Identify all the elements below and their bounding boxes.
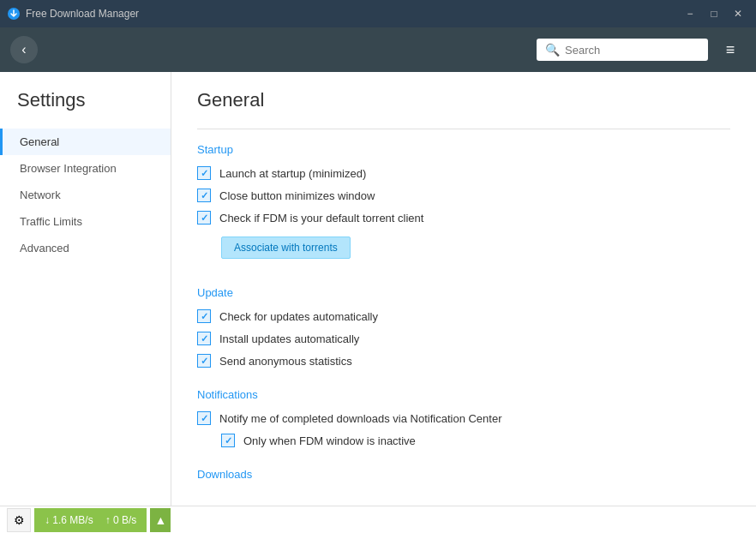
settings-icon: ⚙	[14, 513, 25, 527]
checkmark-icon: ✓	[201, 356, 208, 367]
status-bar: ⚙ ↓ 1.6 MB/s ↑ 0 B/s ▲	[0, 506, 756, 533]
checkmark-icon: ✓	[201, 213, 208, 224]
content-title: General	[197, 89, 730, 111]
sidebar: Settings General Browser Integration Net…	[0, 72, 171, 506]
checkmark-icon: ✓	[201, 190, 208, 201]
close-minimize-row: ✓ Close button minimizes window	[197, 189, 730, 202]
settings-icon-button[interactable]: ⚙	[7, 508, 31, 532]
update-section-title: Update	[197, 286, 730, 299]
sidebar-item-traffic-limits[interactable]: Traffic Limits	[0, 208, 171, 235]
downloads-section: Downloads	[197, 468, 730, 481]
main-layout: Settings General Browser Integration Net…	[0, 72, 756, 506]
checkmark-icon: ✓	[201, 311, 208, 322]
install-updates-label: Install updates automatically	[219, 332, 359, 345]
send-stats-checkbox[interactable]: ✓	[197, 354, 211, 368]
nav-bar: ‹ 🔍 ≡	[0, 27, 756, 72]
checkmark-icon: ✓	[225, 435, 232, 446]
search-icon: 🔍	[545, 43, 560, 57]
only-inactive-row: ✓ Only when FDM window is inactive	[221, 434, 730, 447]
window-controls: − □ ✕	[679, 5, 749, 22]
sidebar-title: Settings	[0, 89, 171, 129]
title-bar: Free Download Manager − □ ✕	[0, 0, 756, 27]
maximize-button[interactable]: □	[703, 5, 725, 22]
launch-startup-checkbox[interactable]: ✓	[197, 166, 211, 180]
speed-display: ↓ 1.6 MB/s ↑ 0 B/s	[34, 508, 147, 532]
only-inactive-label: Only when FDM window is inactive	[243, 434, 416, 447]
upload-speed: ↑ 0 B/s	[105, 514, 137, 526]
back-icon: ‹	[21, 42, 26, 57]
expand-speed-button[interactable]: ▲	[150, 508, 171, 532]
content-area: General Startup ✓ Launch at startup (min…	[171, 72, 756, 506]
notify-completed-label: Notify me of completed downloads via Not…	[219, 412, 502, 425]
sidebar-item-network[interactable]: Network	[0, 182, 171, 208]
startup-section-title: Startup	[197, 143, 730, 156]
launch-startup-label: Launch at startup (minimized)	[219, 167, 366, 180]
download-speed: ↓ 1.6 MB/s	[45, 514, 93, 526]
send-stats-row: ✓ Send anonymous statistics	[197, 354, 730, 368]
close-minimize-checkbox[interactable]: ✓	[197, 189, 211, 202]
sidebar-item-advanced[interactable]: Advanced	[0, 235, 171, 261]
checkmark-icon: ✓	[201, 413, 208, 424]
install-updates-row: ✓ Install updates automatically	[197, 332, 730, 345]
only-inactive-checkbox[interactable]: ✓	[221, 434, 235, 447]
check-updates-row: ✓ Check for updates automatically	[197, 309, 730, 323]
checkmark-icon: ✓	[201, 333, 208, 344]
app-icon	[7, 7, 21, 21]
check-updates-checkbox[interactable]: ✓	[197, 309, 211, 323]
title-divider	[197, 129, 730, 129]
menu-button[interactable]: ≡	[715, 34, 746, 65]
notifications-section: Notifications ✓ Notify me of completed d…	[197, 388, 730, 447]
update-section: Update ✓ Check for updates automatically…	[197, 286, 730, 368]
default-torrent-checkbox[interactable]: ✓	[197, 211, 211, 225]
notify-completed-checkbox[interactable]: ✓	[197, 411, 211, 425]
send-stats-label: Send anonymous statistics	[219, 355, 352, 368]
checkmark-icon: ✓	[201, 168, 208, 179]
install-updates-checkbox[interactable]: ✓	[197, 332, 211, 345]
back-button[interactable]: ‹	[10, 36, 38, 63]
check-updates-label: Check for updates automatically	[219, 310, 378, 323]
notify-completed-row: ✓ Notify me of completed downloads via N…	[197, 411, 730, 425]
search-box: 🔍	[537, 39, 708, 61]
launch-startup-row: ✓ Launch at startup (minimized)	[197, 166, 730, 180]
sidebar-item-general[interactable]: General	[0, 129, 171, 155]
associate-torrents-button[interactable]: Associate with torrents	[221, 237, 351, 259]
close-minimize-label: Close button minimizes window	[219, 189, 375, 202]
close-button[interactable]: ✕	[727, 5, 749, 22]
search-input[interactable]	[565, 44, 699, 57]
minimize-button[interactable]: −	[679, 5, 701, 22]
app-title: Free Download Manager	[26, 8, 679, 20]
startup-section: Startup ✓ Launch at startup (minimized) …	[197, 143, 730, 266]
sidebar-item-browser-integration[interactable]: Browser Integration	[0, 155, 171, 182]
downloads-section-title: Downloads	[197, 468, 730, 481]
chevron-up-icon: ▲	[154, 513, 166, 527]
notifications-section-title: Notifications	[197, 388, 730, 401]
default-torrent-row: ✓ Check if FDM is your default torrent c…	[197, 211, 730, 225]
default-torrent-label: Check if FDM is your default torrent cli…	[219, 212, 423, 225]
